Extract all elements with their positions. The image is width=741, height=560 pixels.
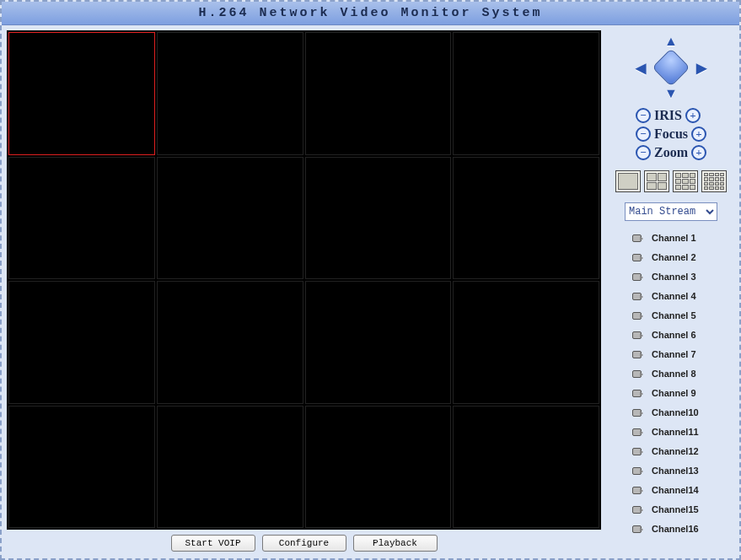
video-cell[interactable] <box>8 281 155 404</box>
start-voip-button[interactable]: Start VOIP <box>171 535 255 552</box>
layout-9-button[interactable] <box>673 170 698 192</box>
channel-label: Channel 6 <box>652 330 696 340</box>
focus-label: Focus <box>654 127 688 142</box>
channel-item[interactable]: Channel 1 <box>631 229 734 245</box>
channel-item[interactable]: Channel 7 <box>631 346 734 362</box>
app-window: H.264 Network Video Monitor System Start… <box>0 0 741 560</box>
app-title: H.264 Network Video Monitor System <box>198 6 542 20</box>
video-cell[interactable] <box>453 281 599 404</box>
side-panel: ▲ ▼ ◀ ▶ −IRIS+−Focus+−Zoom+ Main Stream … <box>608 30 734 553</box>
video-cell[interactable] <box>8 406 155 529</box>
focus-plus-button[interactable]: + <box>691 127 706 142</box>
configure-button[interactable]: Configure <box>262 535 346 552</box>
video-cell[interactable] <box>453 406 599 529</box>
camera-icon <box>631 290 643 302</box>
app-body: Start VOIP Configure Playback ▲ ▼ ◀ ▶ −I… <box>2 25 739 558</box>
ptz-down-icon[interactable]: ▼ <box>663 86 679 101</box>
channel-item[interactable]: Channel13 <box>631 462 734 478</box>
camera-icon <box>631 445 643 457</box>
layout-buttons <box>615 170 727 192</box>
camera-icon <box>631 465 643 477</box>
zoom-control: −Zoom+ <box>636 143 706 162</box>
iris-minus-button[interactable]: − <box>636 108 651 123</box>
channel-item[interactable]: Channel15 <box>631 501 734 517</box>
video-cell[interactable] <box>157 32 303 155</box>
camera-icon <box>631 387 643 399</box>
channel-label: Channel10 <box>652 407 699 417</box>
iris-label: IRIS <box>654 108 682 123</box>
video-cell[interactable] <box>8 157 155 280</box>
channel-label: Channel 9 <box>652 388 696 398</box>
channel-item[interactable]: Channel 5 <box>631 307 734 323</box>
channel-label: Channel14 <box>652 485 699 495</box>
channel-item[interactable]: Channel12 <box>631 443 734 459</box>
channel-label: Channel12 <box>652 446 699 456</box>
camera-icon <box>631 484 643 496</box>
camera-icon <box>631 426 643 438</box>
channel-item[interactable]: Channel 8 <box>631 365 734 381</box>
title-bar: H.264 Network Video Monitor System <box>2 2 739 25</box>
channel-label: Channel16 <box>652 524 699 534</box>
playback-button[interactable]: Playback <box>353 535 438 552</box>
iris-plus-button[interactable]: + <box>685 108 701 123</box>
zoom-label: Zoom <box>654 145 688 160</box>
video-cell[interactable] <box>157 281 303 404</box>
zoom-minus-button[interactable]: − <box>636 145 651 160</box>
ptz-right-icon[interactable]: ▶ <box>694 60 709 75</box>
camera-icon <box>631 310 643 321</box>
ptz-pad: ▲ ▼ ◀ ▶ <box>633 34 709 101</box>
channel-list: Channel 1Channel 2Channel 3Channel 4Chan… <box>608 229 734 536</box>
focus-minus-button[interactable]: − <box>636 127 651 142</box>
channel-label: Channel 3 <box>652 272 696 282</box>
channel-item[interactable]: Channel 9 <box>631 385 734 401</box>
bottom-button-bar: Start VOIP Configure Playback <box>7 533 601 553</box>
layout-16-button[interactable] <box>701 170 727 192</box>
layout-4-button[interactable] <box>644 170 669 192</box>
ptz-up-icon[interactable]: ▲ <box>663 34 679 49</box>
video-cell[interactable] <box>305 406 452 529</box>
camera-icon <box>631 329 643 341</box>
iris-control: −IRIS+ <box>636 106 706 125</box>
camera-icon <box>631 523 643 535</box>
channel-item[interactable]: Channel14 <box>631 482 734 498</box>
channel-item[interactable]: Channel16 <box>631 520 734 536</box>
ptz-center-button[interactable] <box>652 48 690 86</box>
camera-icon <box>631 503 643 515</box>
video-cell[interactable] <box>157 157 303 280</box>
zoom-plus-button[interactable]: + <box>691 145 706 160</box>
channel-item[interactable]: Channel 6 <box>631 326 734 342</box>
channel-item[interactable]: Channel11 <box>631 423 734 439</box>
camera-icon <box>631 232 643 244</box>
video-area: Start VOIP Configure Playback <box>7 30 601 553</box>
channel-label: Channel 4 <box>652 291 696 301</box>
channel-label: Channel 1 <box>652 233 696 243</box>
camera-icon <box>631 407 643 418</box>
channel-item[interactable]: Channel10 <box>631 404 734 420</box>
video-grid <box>7 30 601 530</box>
channel-label: Channel 7 <box>652 349 696 359</box>
video-cell[interactable] <box>305 281 452 404</box>
video-cell[interactable] <box>305 32 452 155</box>
channel-label: Channel11 <box>652 427 699 437</box>
channel-label: Channel15 <box>652 504 699 514</box>
channel-label: Channel 5 <box>652 310 696 320</box>
channel-item[interactable]: Channel 4 <box>631 288 734 304</box>
ptz-left-icon[interactable]: ◀ <box>633 60 648 75</box>
channel-label: Channel 2 <box>652 252 696 262</box>
camera-icon <box>631 271 643 283</box>
channel-item[interactable]: Channel 2 <box>631 249 734 265</box>
channel-label: Channel13 <box>652 466 699 476</box>
video-cell[interactable] <box>305 157 452 280</box>
stream-select[interactable]: Main Stream <box>625 202 717 221</box>
ptz-lens-controls: −IRIS+−Focus+−Zoom+ <box>636 106 706 162</box>
channel-label: Channel 8 <box>652 369 696 379</box>
video-cell[interactable] <box>8 32 155 155</box>
video-cell[interactable] <box>453 157 599 280</box>
video-cell[interactable] <box>157 406 303 529</box>
video-cell[interactable] <box>453 32 599 155</box>
focus-control: −Focus+ <box>636 125 706 143</box>
camera-icon <box>631 251 643 263</box>
camera-icon <box>631 368 643 380</box>
layout-1-button[interactable] <box>615 170 641 192</box>
channel-item[interactable]: Channel 3 <box>631 268 734 284</box>
